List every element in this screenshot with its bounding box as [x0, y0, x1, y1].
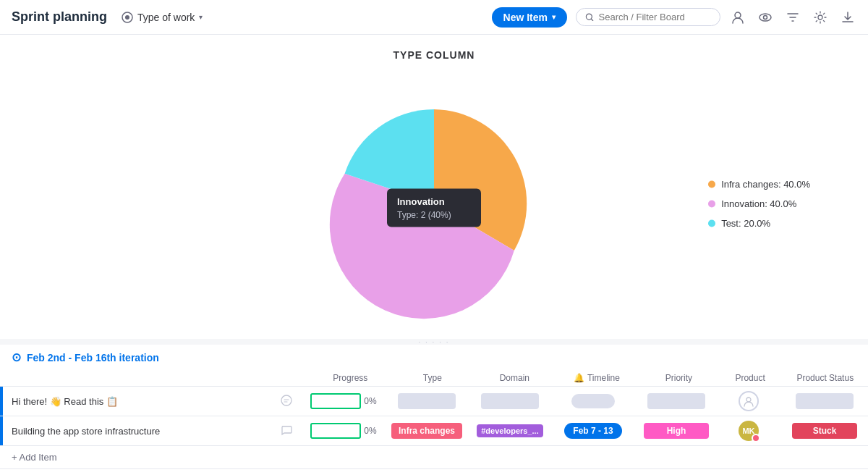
new-item-button[interactable]: New Item ▾: [492, 7, 567, 28]
new-item-label: New Item: [503, 12, 548, 23]
header-icons: [729, 9, 856, 26]
legend-dot-innovation: [708, 200, 715, 207]
iteration-label: Feb 2nd - Feb 16th iteration: [27, 352, 159, 363]
footer-bar: [0, 468, 868, 475]
app-title: Sprint planning: [12, 9, 107, 25]
avatar: MK: [739, 421, 759, 441]
product-status-tag: Stuck: [792, 423, 857, 439]
search-icon: [585, 12, 595, 22]
cell-type-2[interactable]: Infra changes: [383, 420, 470, 442]
download-icon[interactable]: [839, 9, 856, 26]
comment-icon[interactable]: [281, 424, 298, 438]
product-status-empty: [796, 393, 854, 409]
svg-point-4: [764, 15, 767, 19]
cell-product-2[interactable]: MK: [716, 418, 781, 444]
eye-icon[interactable]: [757, 9, 774, 26]
svg-point-5: [818, 15, 822, 20]
cell-domain-1[interactable]: [470, 390, 550, 412]
domain-tag: #developers_...: [477, 424, 543, 437]
col-header-progress: Progress: [311, 373, 390, 383]
legend-label-infra: Infra changes: 40.0%: [721, 179, 810, 190]
avatar-placeholder: [739, 391, 759, 411]
col-header-type: Type: [390, 373, 475, 383]
filter-icon[interactable]: [784, 9, 801, 26]
table-area: ⊙ Feb 2nd - Feb 16th iteration Progress …: [0, 345, 868, 475]
timeline-tag: Feb 7 - 13: [564, 423, 621, 439]
type-tag: Infra changes: [391, 423, 462, 439]
type-of-work-label: Type of work: [137, 12, 195, 23]
cell-progress-1[interactable]: 0%: [304, 390, 383, 412]
legend-dot-test: [708, 219, 715, 227]
cell-domain-2[interactable]: #developers_...: [470, 421, 550, 440]
progress-bar: [310, 423, 361, 439]
priority-empty: [647, 393, 705, 409]
table-column-headers: Progress Type Domain 🔔 Timeline Priority…: [0, 370, 868, 387]
new-item-arrow-icon: ▾: [552, 13, 556, 21]
cell-timeline-1[interactable]: [550, 391, 637, 411]
cell-type-1[interactable]: [383, 390, 470, 412]
bell-icon: 🔔: [574, 373, 584, 383]
col-header-product: Product: [718, 373, 783, 383]
cell-priority-2[interactable]: High: [637, 420, 716, 442]
cell-progress-2[interactable]: 0%: [304, 420, 383, 442]
col-header-timeline: 🔔 Timeline: [554, 373, 639, 383]
row-name: Hi there! 👋 Read this 📋: [3, 389, 304, 414]
gear-icon[interactable]: [812, 9, 829, 26]
iteration-header: ⊙ Feb 2nd - Feb 16th iteration: [0, 345, 868, 370]
pie-chart[interactable]: Innovation Type: 2 (40%): [318, 88, 550, 319]
priority-tag: High: [644, 423, 709, 439]
row-name: Building the app store infrastructure: [3, 419, 304, 444]
search-bar[interactable]: [576, 8, 720, 26]
chevron-down-icon: ▾: [199, 13, 203, 21]
cell-priority-1[interactable]: [637, 390, 716, 412]
legend-item-infra: Infra changes: 40.0%: [708, 179, 810, 190]
type-of-work-icon: [122, 12, 133, 23]
col-header-priority: Priority: [639, 373, 718, 383]
svg-point-6: [281, 395, 292, 405]
avatar-badge: [752, 434, 760, 442]
svg-point-2: [735, 12, 741, 18]
resize-divider[interactable]: · · · · ·: [0, 339, 868, 345]
timeline-pill-empty: [571, 394, 615, 408]
col-header-product-status: Product Status: [783, 373, 868, 383]
cell-product-1[interactable]: [716, 388, 781, 414]
row-text: Hi there! 👋 Read this 📋: [12, 396, 118, 407]
chart-area: TYPE COLUMN Innovation Type: 2 (40%): [0, 35, 868, 339]
chart-title: TYPE COLUMN: [393, 49, 475, 61]
progress-pct: 0%: [364, 426, 376, 436]
comment-icon[interactable]: [281, 395, 298, 408]
cell-product-status-1[interactable]: [781, 390, 868, 412]
iteration-icon: ⊙: [12, 350, 21, 364]
drag-handle-icon: · · · · ·: [418, 338, 449, 346]
user-icon[interactable]: [729, 9, 746, 26]
chart-container: Innovation Type: 2 (40%) Infra changes: …: [0, 68, 868, 339]
legend-dot-infra: [708, 180, 715, 188]
progress-bar: [310, 393, 361, 409]
chart-legend: Infra changes: 40.0% Innovation: 40.0% T…: [708, 179, 810, 229]
cell-product-status-2[interactable]: Stuck: [781, 420, 868, 442]
add-item-button[interactable]: + Add Item: [0, 446, 868, 468]
search-input[interactable]: [599, 12, 711, 22]
legend-item-test: Test: 20.0%: [708, 218, 810, 229]
cell-timeline-2[interactable]: Feb 7 - 13: [550, 420, 637, 442]
svg-point-3: [760, 14, 771, 21]
domain-empty: [481, 393, 539, 409]
table-row[interactable]: Hi there! 👋 Read this 📋 0%: [0, 387, 868, 416]
svg-point-7: [746, 398, 751, 402]
table-row[interactable]: Building the app store infrastructure 0%…: [0, 416, 868, 446]
pie-svg: [318, 88, 550, 319]
type-empty: [398, 393, 456, 409]
add-item-label: + Add Item: [12, 452, 57, 463]
row-text: Building the app store infrastructure: [12, 426, 160, 437]
header: Sprint planning Type of work ▾ New Item …: [0, 0, 868, 35]
legend-item-innovation: Innovation: 40.0%: [708, 198, 810, 209]
type-of-work-button[interactable]: Type of work ▾: [116, 9, 208, 26]
col-header-domain: Domain: [475, 373, 554, 383]
legend-label-innovation: Innovation: 40.0%: [721, 198, 796, 209]
progress-pct: 0%: [364, 396, 376, 406]
legend-label-test: Test: 20.0%: [721, 218, 770, 229]
